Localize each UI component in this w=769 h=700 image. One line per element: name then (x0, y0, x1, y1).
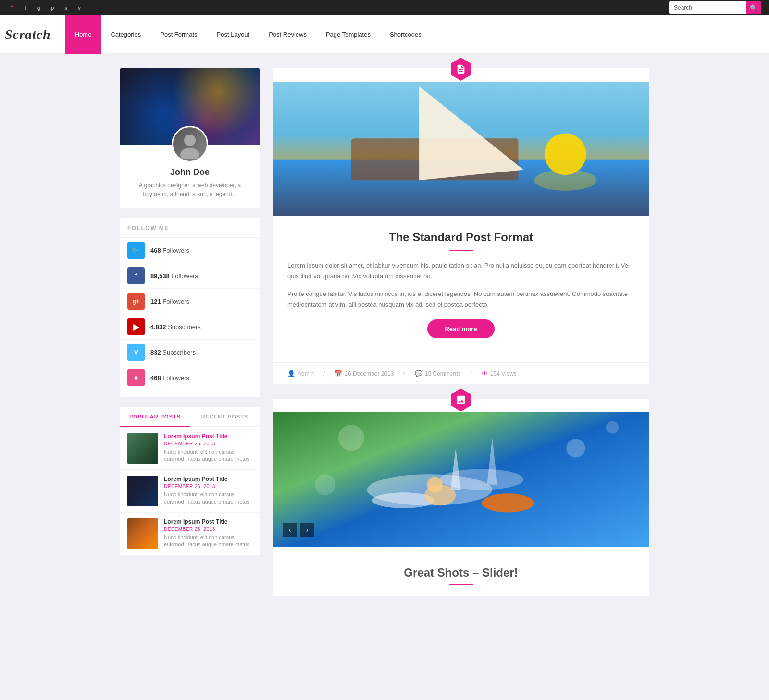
search-input[interactable] (669, 1, 746, 14)
post-card-1: The Standard Post Format Lorem ipsum dol… (273, 68, 649, 384)
post-body-1: The Standard Post Format Lorem ipsum dol… (273, 216, 649, 362)
follow-facebook[interactable]: f 89,538 Followers (120, 263, 260, 289)
post-title-divider-1 (449, 250, 473, 251)
twitter-icon[interactable]: t (21, 3, 30, 12)
facebook-icon[interactable]: f (8, 3, 16, 12)
post-info-3: Lorem Ipsum Post Title DECEMBER 26, 2013… (164, 518, 252, 549)
follow-google[interactable]: g+ 121 Followers (120, 289, 260, 314)
list-item: Lorem Ipsum Post Title DECEMBER 26, 2013… (120, 427, 260, 470)
post-excerpt-1: Nunc tincidunt, elit non cursus euismod … (164, 448, 252, 463)
site-logo[interactable]: Scratch (5, 27, 51, 42)
pinterest-icon[interactable]: p (48, 3, 57, 12)
meta-author: 👤 Admin (287, 370, 314, 377)
post-format-icon-2 (449, 388, 472, 411)
post-format-icon-1 (449, 58, 472, 81)
meta-sep-1: / (323, 370, 325, 377)
navigation: Scratch Home Categories Post Formats Pos… (0, 15, 769, 54)
twitter-follow-icon: 🐦 (127, 242, 145, 259)
nav-categories[interactable]: Categories (101, 15, 150, 54)
meta-comments: 💬 15 Comments (415, 370, 461, 377)
author-name: Admin (298, 370, 314, 377)
sidebar: John Doe A graphics designer, a web deve… (120, 68, 260, 611)
follow-vimeo[interactable]: V 832 Subscribers (120, 340, 260, 365)
post-title-1[interactable]: Lorem Ipsum Post Title (164, 433, 252, 440)
googleplus-icon[interactable]: g (35, 3, 43, 12)
post-title-2[interactable]: Lorem Ipsum Post Title (164, 476, 252, 482)
post-excerpt-2: Nunc tincidunt, elit non cursus euismod … (164, 491, 252, 506)
post-excerpt-3: Nunc tincidunt, elit non cursus euismod … (164, 534, 252, 549)
content-area: The Standard Post Format Lorem ipsum dol… (273, 68, 649, 611)
meta-date: 📅 26 December 2013 (335, 370, 394, 377)
svg-point-15 (315, 475, 335, 495)
post-card-2: ‹ › Great Shots – Slider! (273, 399, 649, 596)
svg-point-7 (534, 170, 596, 190)
post-date-1: DECEMBER 26, 2013 (164, 441, 252, 446)
views-icon: 👁 (482, 370, 488, 377)
follow-dribbble[interactable]: ● 468 Followers (120, 365, 260, 390)
slider-next-button[interactable]: › (300, 523, 314, 537)
author-icon: 👤 (287, 370, 295, 377)
vimeo-follow-icon: V (127, 344, 145, 361)
avatar-wrapper (120, 126, 260, 162)
skype-icon[interactable]: s (62, 3, 70, 12)
follow-twitter[interactable]: 🐦 468 Followers (120, 238, 260, 263)
list-item: Lorem Ipsum Post Title DECEMBER 26, 2013… (120, 513, 260, 555)
comments-count: 15 Comments (425, 370, 461, 377)
tab-recent-posts[interactable]: RECENT POSTS (190, 407, 260, 427)
google-follow-icon: g+ (127, 293, 145, 310)
list-item: Lorem Ipsum Post Title DECEMBER 26, 2013… (120, 470, 260, 513)
calendar-icon: 📅 (335, 370, 342, 377)
vimeo-icon[interactable]: v (75, 3, 84, 12)
dribbble-follow-icon: ● (127, 369, 145, 386)
svg-point-13 (566, 439, 585, 458)
posts-tabs-section: POPULAR POSTS RECENT POSTS Lorem Ipsum P… (120, 407, 260, 555)
nav-home[interactable]: Home (65, 15, 101, 54)
nav-page-templates[interactable]: Page Templates (316, 15, 380, 54)
svg-point-0 (184, 135, 196, 146)
svg-point-19 (427, 477, 443, 493)
post-text-2: Pro te congue labitur. Vis ludus inimicu… (287, 289, 634, 310)
svg-point-14 (606, 421, 619, 434)
svg-point-4 (545, 133, 586, 175)
read-more-button-1[interactable]: Read more (427, 319, 494, 338)
post-thumb-2 (127, 476, 158, 506)
post-date-3: DECEMBER 26, 2013 (164, 527, 252, 532)
post-text-1: Lorem ipsum dolor sit amet, et labitur v… (287, 260, 634, 282)
post-title-3[interactable]: Lorem Ipsum Post Title (164, 518, 252, 525)
nav-post-reviews[interactable]: Post Reviews (259, 15, 316, 54)
top-bar: f t g p s v 🔍 (0, 0, 769, 15)
facebook-follow-icon: f (127, 267, 145, 284)
post-thumb-1 (127, 433, 158, 464)
avatar (172, 126, 208, 162)
search-bar: 🔍 (669, 1, 761, 14)
vimeo-follow-count: 832 Subscribers (150, 349, 196, 356)
tab-popular-posts[interactable]: POPULAR POSTS (120, 407, 190, 427)
follow-section: FOLLOW ME 🐦 468 Followers f 89,538 Follo… (120, 218, 260, 397)
post-title-divider-2 (449, 584, 473, 585)
meta-sep-2: / (403, 370, 405, 377)
comments-icon: 💬 (415, 370, 422, 377)
main-container: John Doe A graphics designer, a web deve… (111, 68, 658, 611)
follow-youtube[interactable]: ▶ 4,832 Subscribers (120, 314, 260, 340)
search-button[interactable]: 🔍 (746, 1, 761, 14)
slider-prev-button[interactable]: ‹ (283, 523, 297, 537)
nav-post-layout[interactable]: Post Layout (207, 15, 260, 54)
post-info-2: Lorem Ipsum Post Title DECEMBER 26, 2013… (164, 476, 252, 506)
twitter-follow-count: 468 Followers (150, 247, 189, 254)
meta-views: 👁 154 Views (482, 370, 517, 377)
post-thumb-3 (127, 518, 158, 549)
post-title-main-1: The Standard Post Format (287, 231, 634, 244)
follow-title: FOLLOW ME (120, 225, 260, 238)
post-date-meta: 26 December 2013 (345, 370, 394, 377)
nav-post-formats[interactable]: Post Formats (150, 15, 207, 54)
nav-shortcodes[interactable]: Shortcodes (380, 15, 431, 54)
google-follow-count: 121 Followers (150, 298, 189, 305)
nav-links: Home Categories Post Formats Post Layout… (65, 15, 431, 53)
post-title-main-2: Great Shots – Slider! (287, 556, 634, 584)
post-date-2: DECEMBER 26, 2013 (164, 484, 252, 489)
post-main-image-1 (273, 82, 649, 216)
profile-bio: A graphics designer, a web developer, a … (120, 181, 260, 208)
svg-point-12 (338, 425, 364, 451)
dribbble-follow-count: 468 Followers (150, 374, 189, 381)
views-count: 154 Views (490, 370, 517, 377)
